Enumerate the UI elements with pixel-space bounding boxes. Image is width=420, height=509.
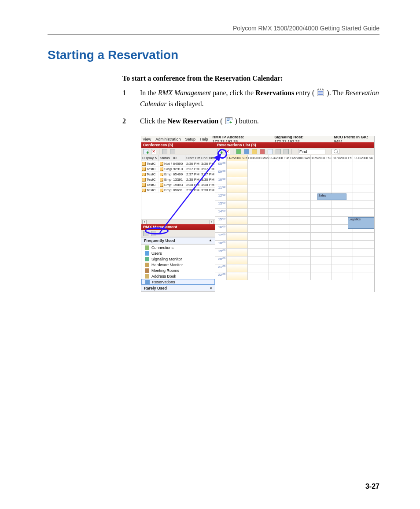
calendar-cell[interactable]	[290, 264, 311, 272]
day-header[interactable]: 11/6/2008 Thu	[311, 155, 332, 161]
toolbar-icon[interactable]	[162, 149, 167, 154]
col-name[interactable]: Display N	[141, 155, 159, 161]
calendar-cell[interactable]	[353, 209, 374, 217]
sidebar-item-meeting-rooms[interactable]: Meeting Rooms	[141, 268, 215, 273]
calendar-cell[interactable]	[269, 256, 290, 264]
calendar-cell[interactable]	[332, 185, 353, 193]
calendar-cell[interactable]	[332, 249, 353, 256]
calendar-cell[interactable]	[332, 161, 353, 169]
calendar-cell[interactable]	[269, 193, 290, 201]
scroll-left-icon[interactable]: ‹	[142, 220, 147, 224]
calendar-cell[interactable]	[311, 201, 332, 209]
find-box[interactable]: Find	[298, 149, 325, 154]
calendar-cell[interactable]	[290, 225, 311, 233]
calendar-cell[interactable]	[227, 225, 248, 233]
calendar-cell[interactable]	[332, 177, 353, 185]
next-icon[interactable]	[284, 149, 289, 154]
calendar-cell[interactable]	[311, 177, 332, 185]
table-row[interactable]: TestCEmpt096312:38 PM3:38 PM	[141, 188, 215, 193]
calendar-cell[interactable]	[290, 169, 311, 177]
calendar-cell[interactable]	[227, 161, 248, 169]
calendar-cell[interactable]	[269, 177, 290, 185]
calendar-cell[interactable]	[227, 193, 248, 201]
calendar-cell[interactable]	[311, 185, 332, 193]
calendar-cell[interactable]	[227, 241, 248, 249]
sidebar-item-reservations[interactable]: Reservations	[141, 279, 215, 285]
calendar-cell[interactable]	[227, 185, 248, 193]
calendar-cell[interactable]	[332, 233, 353, 241]
calendar-cell[interactable]	[227, 272, 248, 280]
menu-view[interactable]: View	[143, 137, 151, 141]
calendar-cell[interactable]	[353, 185, 374, 193]
sidebar-item-address-book[interactable]: Address Book	[141, 273, 215, 279]
calendar-cell[interactable]	[290, 241, 311, 249]
calendar-cell[interactable]	[353, 272, 374, 280]
calendar-cell[interactable]	[311, 217, 332, 225]
calendar-cell[interactable]	[269, 217, 290, 225]
calendar-cell[interactable]	[311, 272, 332, 280]
tree-view-icon[interactable]	[151, 231, 156, 236]
toolbar-icon[interactable]	[170, 149, 175, 154]
table-row[interactable]: TestCEmpt133912:38 PM3:38 PM	[141, 177, 215, 182]
calendar-cell[interactable]	[248, 225, 269, 233]
calendar-cell[interactable]	[290, 177, 311, 185]
calendar-cell[interactable]	[248, 241, 269, 249]
menu-setup[interactable]: Setup	[185, 137, 195, 141]
sidebar-item-hardware-monitor[interactable]: Hardware Monitor	[141, 262, 215, 268]
calendar-cell[interactable]	[332, 256, 353, 264]
calendar-cell[interactable]	[332, 169, 353, 177]
calendar-cell[interactable]	[269, 225, 290, 233]
delete-conference-icon[interactable]	[151, 149, 156, 154]
calendar-cell[interactable]	[227, 249, 248, 256]
col-start[interactable]: Start Tim	[185, 155, 200, 161]
rare-used-header[interactable]: Rarely Used ▾	[141, 285, 215, 292]
calendar-cell[interactable]	[227, 233, 248, 241]
calendar-cell[interactable]	[353, 241, 374, 249]
calendar-cell[interactable]	[311, 225, 332, 233]
calendar-cell[interactable]	[269, 233, 290, 241]
calendar-cell[interactable]	[353, 193, 374, 201]
calendar-cell[interactable]	[353, 177, 374, 185]
calendar-cell[interactable]	[227, 256, 248, 264]
calendar-cell[interactable]	[248, 217, 269, 225]
calendar-cell[interactable]	[248, 209, 269, 217]
calendar-cell[interactable]	[290, 272, 311, 280]
calendar-cell[interactable]	[332, 241, 353, 249]
calendar-cell[interactable]	[353, 161, 374, 169]
day-header[interactable]: 11/3/2008 Mon	[248, 155, 269, 161]
calendar-cell[interactable]	[248, 256, 269, 264]
work-week-icon[interactable]	[252, 149, 257, 154]
day-header[interactable]: 11/4/2008 Tue	[269, 155, 290, 161]
calendar-cell[interactable]	[269, 161, 290, 169]
appointment[interactable]: Logistics	[348, 217, 374, 229]
calendar-cell[interactable]	[290, 233, 311, 241]
calendar-cell[interactable]	[269, 201, 290, 209]
h-scrollbar[interactable]: ‹ ›	[141, 219, 215, 224]
calendar-cell[interactable]	[311, 256, 332, 264]
delete-reservation-icon[interactable]	[225, 149, 230, 154]
calendar-cell[interactable]	[248, 169, 269, 177]
calendar-cell[interactable]	[248, 161, 269, 169]
calendar-cell[interactable]	[311, 249, 332, 256]
calendar-cell[interactable]	[311, 209, 332, 217]
calendar-cell[interactable]	[269, 169, 290, 177]
calendar-body[interactable]: 0800090010001100120013001400150016001700…	[215, 161, 374, 292]
calendar-cell[interactable]	[269, 241, 290, 249]
calendar-cell[interactable]	[269, 272, 290, 280]
calendar-cell[interactable]	[248, 233, 269, 241]
new-conference-icon[interactable]	[143, 149, 148, 154]
table-row[interactable]: TestCEmpt654992:37 PM3:37 PM	[141, 172, 215, 177]
calendar-cell[interactable]	[353, 233, 374, 241]
menu-admin[interactable]: Administration	[155, 137, 181, 141]
calendar-cell[interactable]	[248, 193, 269, 201]
calendar-cell[interactable]	[353, 201, 374, 209]
calendar-cell[interactable]	[311, 161, 332, 169]
calendar-cell[interactable]	[290, 201, 311, 209]
calendar-cell[interactable]	[332, 264, 353, 272]
day-header[interactable]: 11/5/2008 Wed	[290, 155, 311, 161]
calendar-cell[interactable]	[248, 272, 269, 280]
table-row[interactable]: TestCNot F645902:36 PM3:36 PM	[141, 161, 215, 167]
month-view-icon[interactable]	[260, 149, 265, 154]
calendar-cell[interactable]	[269, 185, 290, 193]
list-view-icon[interactable]	[143, 231, 148, 236]
